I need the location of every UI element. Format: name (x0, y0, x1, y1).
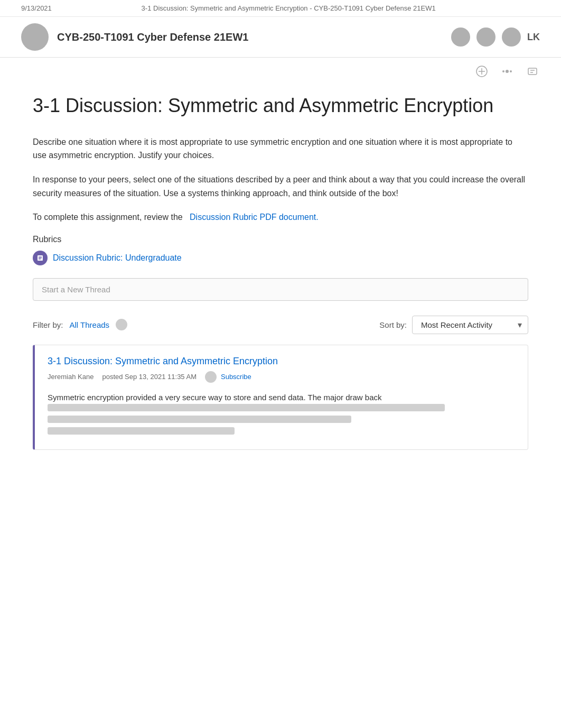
toolbar-icon-1[interactable] (474, 64, 489, 79)
toolbar-icon-2[interactable] (500, 64, 515, 79)
subscribe-area: Subscribe (205, 371, 251, 383)
sort-dropdown[interactable]: Most Recent Activity Newest Thread Oldes… (412, 316, 528, 334)
rubric-link[interactable]: Discussion Rubric: Undergraduate (53, 253, 182, 263)
paragraph3-prefix: To complete this assignment, review the (33, 213, 183, 222)
sort-right: Sort by: Most Recent Activity Newest Thr… (379, 316, 528, 334)
new-thread-input[interactable]: Start a New Thread (33, 278, 528, 301)
thread-author: Jeremiah Kane (48, 373, 94, 381)
main-content: 3-1 Discussion: Symmetric and Asymmetric… (0, 83, 561, 471)
svg-point-5 (510, 70, 512, 72)
toolbar-icon-3[interactable] (525, 64, 540, 79)
sort-container: Most Recent Activity Newest Thread Oldes… (412, 316, 528, 334)
course-title: CYB-250-T1091 Cyber Defense 21EW1 (57, 31, 248, 43)
user-initials[interactable]: LK (527, 32, 540, 43)
toolbar-icons-row (0, 58, 561, 83)
svg-point-3 (506, 70, 509, 73)
thread-card: 3-1 Discussion: Symmetric and Asymmetric… (33, 345, 528, 450)
avatar-2[interactable] (476, 27, 495, 47)
subscribe-link[interactable]: Subscribe (221, 373, 251, 381)
header-right: LK (451, 27, 540, 47)
rubric-icon (33, 251, 48, 265)
filter-value[interactable]: All Threads (70, 320, 110, 329)
page-title-tab: 3-1 Discussion: Symmetric and Asymmetric… (142, 4, 436, 12)
thread-posted-text: posted Sep 13, 2021 11:35 AM (102, 373, 197, 381)
filter-left: Filter by: All Threads (33, 319, 127, 330)
description-paragraph-1: Describe one situation where it is most … (33, 135, 528, 162)
subscribe-icon (205, 371, 217, 383)
date-bar: 9/13/2021 3-1 Discussion: Symmetric and … (0, 0, 561, 17)
thread-body-blurred-2 (48, 416, 351, 423)
filter-sort-row: Filter by: All Threads Sort by: Most Rec… (33, 316, 528, 334)
description-paragraph-2: In response to your peers, select one of… (33, 173, 528, 200)
new-thread-placeholder: Start a New Thread (42, 285, 110, 294)
thread-body-blurred-3 (48, 427, 235, 435)
thread-title-link[interactable]: 3-1 Discussion: Symmetric and Asymmetric… (48, 356, 515, 367)
rubric-item: Discussion Rubric: Undergraduate (33, 251, 528, 265)
thread-area: Start a New Thread Filter by: All Thread… (33, 278, 528, 450)
svg-rect-6 (528, 68, 537, 75)
header: CYB-250-T1091 Cyber Defense 21EW1 LK (0, 17, 561, 58)
filter-dropdown-icon[interactable] (116, 319, 127, 330)
avatar-3[interactable] (502, 27, 521, 47)
rubric-pdf-link[interactable]: Discussion Rubric PDF document. (190, 213, 319, 222)
svg-point-4 (502, 70, 504, 72)
thread-body: Symmetric encryption provided a very sec… (48, 391, 515, 435)
sort-label: Sort by: (379, 320, 407, 329)
thread-body-visible: Symmetric encryption provided a very sec… (48, 391, 515, 404)
date-text: 9/13/2021 (21, 4, 52, 12)
thread-meta: Jeremiah Kane posted Sep 13, 2021 11:35 … (48, 371, 515, 383)
avatar-1[interactable] (451, 27, 470, 47)
filter-label: Filter by: (33, 320, 63, 329)
page-heading: 3-1 Discussion: Symmetric and Asymmetric… (33, 94, 528, 118)
thread-body-blurred-1 (48, 404, 445, 411)
rubrics-label: Rubrics (33, 235, 528, 244)
description-paragraph-3: To complete this assignment, review the … (33, 210, 528, 224)
logo-icon[interactable] (21, 23, 49, 51)
header-left: CYB-250-T1091 Cyber Defense 21EW1 (21, 23, 248, 51)
